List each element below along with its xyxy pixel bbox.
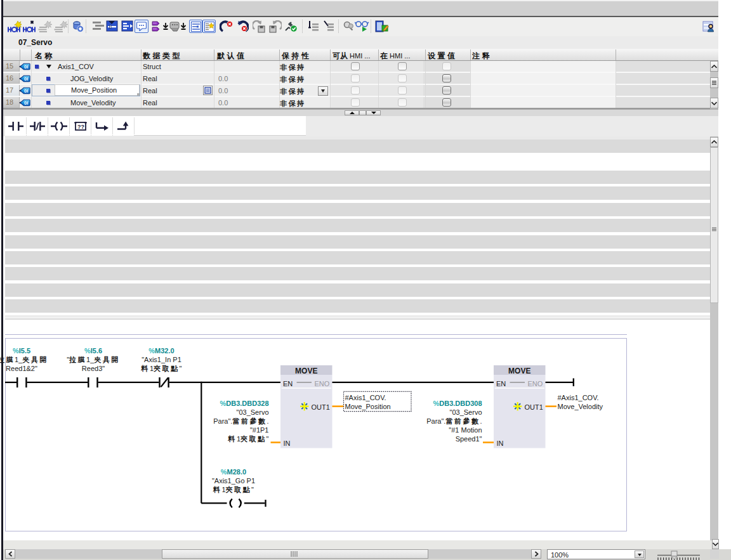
svg-text:??: ?? xyxy=(77,123,84,129)
